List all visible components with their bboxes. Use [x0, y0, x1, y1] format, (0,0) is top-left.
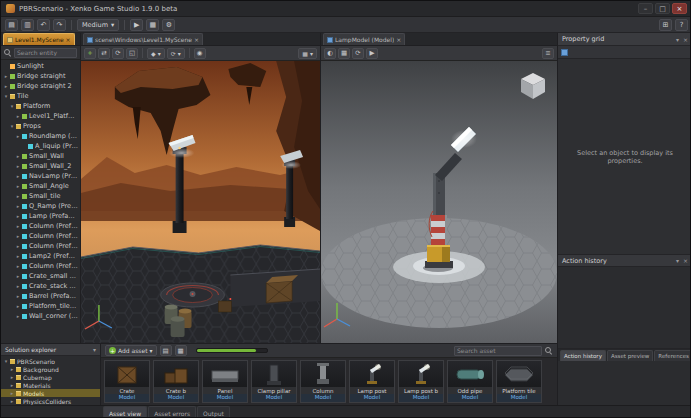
expand-arrow-icon[interactable]: ▸ — [15, 203, 21, 209]
asset-card[interactable]: Odd pipeModel — [447, 360, 493, 403]
tree-item[interactable]: ▸Materials — [1, 381, 100, 389]
wireframe-icon[interactable]: ▦ — [338, 48, 350, 59]
close-icon[interactable]: × — [683, 257, 688, 264]
asset-card[interactable]: Lamp postModel — [349, 360, 395, 403]
tree-item[interactable]: ▸PhysicsColliders — [1, 397, 100, 405]
close-icon[interactable]: × — [683, 36, 688, 43]
menu-icon[interactable]: ≡ — [542, 48, 554, 59]
entity-search-input[interactable] — [14, 48, 77, 58]
expand-arrow-icon[interactable]: ▸ — [15, 263, 21, 269]
tree-item[interactable]: ▸Crate_stack (Prefab) — [1, 281, 80, 291]
expand-arrow-icon[interactable]: ▸ — [15, 303, 21, 309]
bottom-tab-output[interactable]: Output — [197, 406, 230, 418]
tree-item[interactable]: ▸Bridge straight 2 — [1, 81, 80, 91]
expand-arrow-icon[interactable]: ▸ — [15, 313, 21, 319]
tree-item[interactable]: ▸Platform_tile (Prefab) — [1, 301, 80, 311]
dock-tab-references[interactable]: References — [654, 350, 691, 361]
view-mode-icon[interactable]: ▦ — [175, 345, 187, 356]
translation-snap-dropdown[interactable]: ◆ ▾ — [147, 48, 165, 59]
expand-arrow-icon[interactable]: ▾ — [9, 103, 15, 109]
expand-arrow-icon[interactable]: ▸ — [15, 283, 21, 289]
expand-arrow-icon[interactable]: ▸ — [9, 374, 15, 380]
maximize-button[interactable]: □ — [655, 3, 670, 14]
settings-gear-icon[interactable]: ⚙ — [162, 19, 175, 31]
tree-item[interactable]: ▾Tile — [1, 91, 80, 101]
reset-camera-icon[interactable]: ⟳ — [352, 48, 364, 59]
rotation-snap-dropdown[interactable]: ⟳ ▾ — [167, 48, 185, 59]
tree-item[interactable]: ▸Roundlamp (Prefab) — [1, 131, 80, 141]
close-icon[interactable]: × — [66, 36, 71, 43]
expand-arrow-icon[interactable]: ▸ — [15, 223, 21, 229]
tree-item[interactable]: ▸Lamp (Prefab) Offset — [1, 211, 80, 221]
asset-card[interactable]: Clamp pillarModel — [251, 360, 297, 403]
expand-arrow-icon[interactable]: ▸ — [15, 253, 21, 259]
expand-arrow-icon[interactable]: ▸ — [15, 233, 21, 239]
pin-icon[interactable]: ▾ — [676, 257, 679, 264]
pin-icon[interactable]: ▾ — [676, 36, 679, 43]
expand-arrow-icon[interactable]: ▸ — [15, 113, 21, 119]
tree-item[interactable]: ▸Lamp2 (Prefab) Model — [1, 251, 80, 261]
close-icon[interactable]: × — [194, 36, 199, 43]
tree-item[interactable]: ▸NavLamp (Prefab) Tube — [1, 171, 80, 181]
expand-arrow-icon[interactable]: ▸ — [9, 398, 15, 404]
tab-model-editor[interactable]: LampModel (Model) × — [323, 33, 405, 45]
tree-item[interactable]: ▸Column (Prefab) Model Re — [1, 261, 80, 271]
asset-card[interactable]: Platform tileModel — [496, 360, 542, 403]
camera-icon[interactable]: ◉ — [194, 48, 206, 59]
expand-arrow-icon[interactable]: ▸ — [15, 153, 21, 159]
scene-viewport[interactable] — [81, 61, 320, 343]
tree-item[interactable]: ▸Small_Wall — [1, 151, 80, 161]
thumbnail-size-slider[interactable] — [196, 348, 268, 353]
expand-arrow-icon[interactable]: ▸ — [15, 193, 21, 199]
tree-item[interactable]: ▾Platform — [1, 101, 80, 111]
model-preview-viewport[interactable] — [321, 61, 557, 343]
help-icon[interactable]: ? — [675, 19, 688, 31]
tree-item[interactable]: ▸Small_Angle — [1, 181, 80, 191]
play-animation-icon[interactable]: ▶ — [366, 48, 378, 59]
expand-arrow-icon[interactable]: ▸ — [15, 293, 21, 299]
tree-item[interactable]: ▸Column (Prefab) Model Re — [1, 241, 80, 251]
tree-item[interactable]: A_liquip (Prefab) Model — [1, 141, 80, 151]
tree-item[interactable]: ▸Wall_corner (Prefab) — [1, 311, 80, 321]
expand-arrow-icon[interactable]: ▸ — [15, 133, 21, 139]
tree-item[interactable]: ▸Barrel (Prefab) Model — [1, 291, 80, 301]
tree-item[interactable]: ▸Cubemap — [1, 373, 100, 381]
scale-icon[interactable]: ◱ — [126, 48, 138, 59]
tree-item[interactable]: ▸Bridge straight — [1, 71, 80, 81]
expand-arrow-icon[interactable]: ▸ — [15, 243, 21, 249]
chevron-down-icon[interactable]: ▾ — [93, 346, 96, 353]
translate-icon[interactable]: ⇄ — [98, 48, 110, 59]
render-mode-dropdown[interactable]: ▦ ▾ — [298, 48, 317, 59]
expand-arrow-icon[interactable]: ▾ — [3, 358, 9, 364]
expand-arrow-icon[interactable]: ▸ — [15, 213, 21, 219]
redo-icon[interactable]: ↷ — [53, 19, 66, 31]
expand-arrow-icon[interactable]: ▸ — [9, 382, 15, 388]
open-project-icon[interactable]: ▤ — [5, 19, 18, 31]
add-entity-icon[interactable]: + — [84, 48, 96, 59]
close-icon[interactable]: × — [396, 36, 401, 43]
tree-item[interactable]: ▸Background — [1, 365, 100, 373]
tree-item-selected[interactable]: ▸Models — [1, 389, 100, 397]
tree-item[interactable]: ▸Column (Prefab) Model Re — [1, 221, 80, 231]
tree-item[interactable]: ▾Props — [1, 121, 80, 131]
expand-arrow-icon[interactable]: ▸ — [15, 273, 21, 279]
close-button[interactable]: × — [672, 3, 687, 14]
tree-item[interactable]: ▸Small_Wall_2 — [1, 161, 80, 171]
tab-scene-hierarchy[interactable]: Level1.MyScene × — [3, 33, 75, 45]
layout-icon[interactable]: ⊞ — [659, 19, 672, 31]
tree-item[interactable]: ▸Level1_Platform — [1, 111, 80, 121]
quality-dropdown[interactable]: Medium ▾ — [77, 19, 119, 31]
asset-card[interactable]: Lamp post bModel — [398, 360, 444, 403]
expand-arrow-icon[interactable]: ▸ — [3, 83, 9, 89]
expand-arrow-icon[interactable]: ▸ — [15, 173, 21, 179]
play-icon[interactable]: ▶ — [130, 19, 143, 31]
expand-arrow-icon[interactable]: ▸ — [9, 390, 15, 396]
tree-item[interactable]: ▸Small_tile — [1, 191, 80, 201]
expand-arrow-icon[interactable]: ▸ — [15, 183, 21, 189]
expand-arrow-icon[interactable]: ▸ — [3, 73, 9, 79]
bottom-tab-asset-view[interactable]: Asset view — [103, 406, 147, 418]
tree-item[interactable]: ▾PBRScenario — [1, 357, 100, 365]
asset-card[interactable]: PanelModel — [202, 360, 248, 403]
shading-mode-icon[interactable]: ◐ — [324, 48, 336, 59]
expand-arrow-icon[interactable]: ▾ — [9, 123, 15, 129]
